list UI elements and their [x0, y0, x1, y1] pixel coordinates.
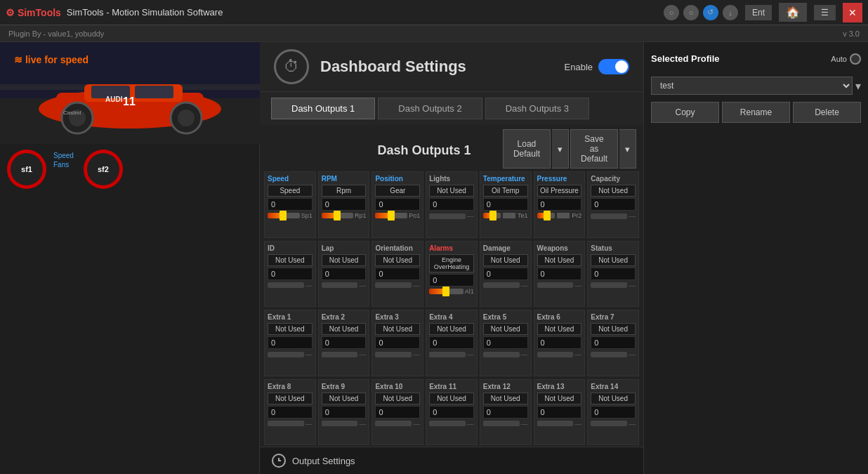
damage-value[interactable] — [483, 268, 528, 280]
rename-button[interactable]: Rename — [722, 102, 790, 123]
title-bar: ⚙ SimTools SimTools - Motion Simulation … — [0, 0, 868, 25]
enable-toggle[interactable] — [598, 59, 629, 74]
cat-temp-label: Temperature — [483, 175, 528, 183]
temp-slider: Te1 — [483, 212, 528, 219]
orientation-slider: — — [375, 282, 420, 289]
tab-dash-outputs-3[interactable]: Dash Outputs 3 — [485, 98, 589, 119]
status-slider: — — [591, 282, 636, 289]
cat-lights-label: Lights — [429, 175, 474, 183]
output-id: ID Not Used — — [264, 241, 316, 308]
alarms-name: Engine OverHeating — [429, 254, 474, 272]
id-slider-track — [268, 282, 304, 288]
copy-button[interactable]: Copy — [651, 102, 719, 123]
output-extra14: Extra 14 Not Used — — [587, 379, 639, 446]
load-default-button[interactable]: Load Default — [503, 129, 551, 169]
weapons-slider: — — [537, 282, 582, 289]
output-extra12: Extra 12 Not Used — — [480, 379, 532, 446]
profile-select-arrow[interactable]: ▾ — [855, 79, 861, 93]
delete-button[interactable]: Delete — [793, 102, 861, 123]
close-button[interactable]: ✕ — [843, 3, 862, 22]
dashboard-title: Dashboard Settings — [320, 58, 466, 76]
lights-slider-label: — — [467, 212, 474, 220]
sf2-button[interactable]: sf2 — [85, 151, 121, 187]
lights-value[interactable] — [429, 198, 474, 211]
cat-rpm-label: RPM — [322, 175, 367, 183]
profile-select[interactable]: test — [651, 77, 853, 95]
output-extra1: Extra 1 Not Used — — [264, 310, 316, 376]
rpm-value[interactable] — [322, 198, 367, 211]
cat-status-label: Status — [591, 244, 636, 252]
title-bar-icons: ○ ○ ↺ ↓ Ent 🏠 ☰ ✕ — [664, 3, 862, 22]
right-panel: Selected Profile Auto test ▾ Copy Rename… — [643, 42, 868, 474]
menu-button[interactable]: ☰ — [814, 5, 836, 20]
output-extra4: Extra 4 Not Used — — [426, 310, 478, 376]
output-position: Position Gear Po1 — [371, 171, 423, 238]
sf-buttons-area: sf1 SpeedFans sf2 — [0, 144, 259, 195]
pressure-value[interactable] — [537, 198, 582, 211]
lap-name: Not Used — [322, 254, 367, 266]
icon-circle1[interactable]: ○ — [664, 5, 679, 20]
speed-name: Speed — [268, 185, 313, 197]
enable-toggle-area: Enable — [565, 59, 629, 74]
status-name: Not Used — [591, 254, 636, 266]
id-value[interactable] — [268, 268, 313, 280]
app-logo: ⚙ SimTools — [6, 7, 61, 18]
alarms-value[interactable] — [429, 274, 474, 287]
temp-value[interactable] — [483, 198, 528, 211]
svg-text:11: 11 — [123, 96, 136, 107]
toggle-thumb — [615, 60, 628, 73]
output-extra8: Extra 8 Not Used — — [264, 379, 316, 446]
output-temperature: Temperature Oil Temp Te1 — [480, 171, 532, 238]
weapons-value[interactable] — [537, 268, 582, 280]
output-rpm: RPM Rpm Rp1 — [318, 171, 370, 238]
output-extra5: Extra 5 Not Used — — [480, 310, 532, 376]
pressure-name: Oil Pressure — [537, 185, 582, 197]
auto-circle[interactable] — [850, 53, 861, 65]
cat-lap-label: Lap — [322, 244, 367, 252]
icon-circle4[interactable]: ↓ — [723, 5, 738, 20]
ent-button[interactable]: Ent — [745, 5, 772, 20]
output-damage: Damage Not Used — — [480, 241, 532, 308]
temp-slider-label: Te1 — [518, 212, 528, 219]
output-settings-label: Output Settings — [292, 456, 355, 466]
save-default-button[interactable]: Save as Default — [570, 129, 618, 169]
output-extra2: Extra 2 Not Used — — [318, 310, 370, 376]
outputs-grid-extra1: Extra 1 Not Used — Extra 2 Not Used — Ex… — [260, 308, 643, 378]
svg-text:≋ live for speed: ≋ live for speed — [14, 54, 88, 65]
alarms-slider: Al1 — [429, 288, 474, 295]
orientation-value[interactable] — [375, 268, 420, 280]
tab-dash-outputs-2[interactable]: Dash Outputs 2 — [378, 98, 482, 119]
cat-capacity-label: Capacity — [591, 175, 636, 183]
left-panel: AUDI ≋ live for speed 11 Castrol sf1 Spe… — [0, 42, 260, 474]
save-default-arrow[interactable]: ▾ — [619, 129, 636, 169]
output-pressure: Pressure Oil Pressure Pr2 — [534, 171, 586, 238]
output-status: Status Not Used — — [587, 241, 639, 308]
capacity-value[interactable] — [591, 198, 636, 211]
outputs-grid-row2: ID Not Used — Lap Not Used — O — [260, 239, 643, 309]
output-lap: Lap Not Used — — [318, 241, 370, 308]
home-button[interactable]: 🏠 — [779, 3, 807, 22]
svg-point-12 — [178, 110, 195, 126]
content-title: Dash Outputs 1 — [346, 136, 503, 162]
tab-dash-outputs-1[interactable]: Dash Outputs 1 — [271, 98, 375, 119]
capacity-slider-label: — — [629, 212, 636, 220]
position-value[interactable] — [375, 198, 420, 211]
rpm-slider-label: Rp1 — [355, 212, 367, 219]
cat-speed-label: Speed — [268, 175, 313, 183]
speed-value[interactable] — [268, 198, 313, 211]
sf1-button[interactable]: sf1 — [8, 151, 45, 187]
load-default-arrow[interactable]: ▾ — [552, 129, 569, 169]
tabs-bar: Dash Outputs 1 Dash Outputs 2 Dash Outpu… — [260, 92, 643, 125]
icon-circle2[interactable]: ○ — [683, 5, 699, 20]
status-value[interactable] — [591, 268, 636, 280]
output-speed: Speed Speed Sp1 — [264, 171, 316, 238]
weapons-slider-track — [537, 282, 574, 288]
icon-circle3[interactable]: ↺ — [703, 5, 718, 20]
rpm-slider: Rp1 — [322, 212, 367, 219]
temp-name: Oil Temp — [483, 185, 528, 197]
profile-buttons: Copy Rename Delete — [651, 102, 861, 123]
lap-value[interactable] — [322, 268, 367, 280]
position-slider: Po1 — [375, 212, 420, 219]
damage-name: Not Used — [483, 254, 528, 266]
cat-pressure-label: Pressure — [537, 175, 582, 183]
